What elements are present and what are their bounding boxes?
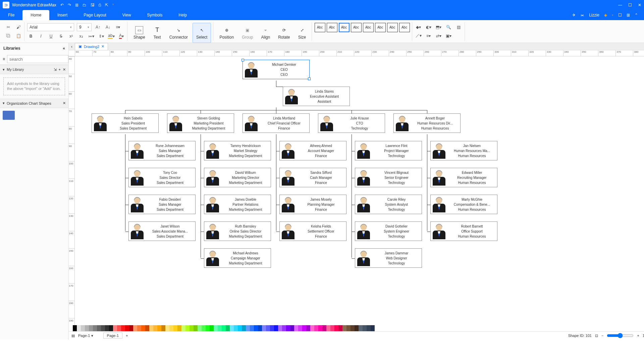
menu-symbols[interactable]: Symbols (139, 10, 171, 20)
corner-icon[interactable]: ⬒▾ (435, 23, 442, 31)
maximize-icon[interactable]: ☐ (628, 3, 632, 7)
highlight-icon[interactable]: ab▾ (108, 33, 115, 40)
org-node[interactable]: David WilburnMarketing DirectorMarketing… (204, 168, 271, 187)
palette-swatch[interactable] (246, 325, 250, 331)
palette-swatch[interactable] (274, 325, 278, 331)
palette-swatch[interactable] (230, 325, 234, 331)
palette-swatch[interactable] (282, 325, 286, 331)
org-node[interactable]: Robert BarnettOffice SupportHuman Resour… (430, 221, 497, 241)
org-node[interactable]: Atheeq AhmedAccount ManagerFinance (279, 141, 346, 160)
close-icon[interactable]: ✕ (638, 3, 641, 7)
palette-swatch[interactable] (89, 325, 93, 331)
palette-swatch[interactable] (194, 325, 198, 331)
palette-swatch[interactable] (121, 325, 125, 331)
org-node[interactable]: Linda StaresExecutive AssistantAssistant (283, 87, 350, 106)
palette-swatch[interactable] (97, 325, 101, 331)
palette-swatch[interactable] (109, 325, 113, 331)
palette-swatch[interactable] (262, 325, 266, 331)
palette-swatch[interactable] (105, 325, 109, 331)
palette-swatch[interactable] (322, 325, 326, 331)
palette-swatch[interactable] (226, 325, 230, 331)
tab-left-icon[interactable]: ‹ (69, 44, 75, 49)
open-icon[interactable]: 🗀 (83, 3, 87, 7)
fill-icon[interactable]: ◆▾ (415, 23, 422, 31)
palette-swatch[interactable] (133, 325, 137, 331)
org-node[interactable]: James DammarWeb DesignerTechnology (355, 248, 422, 268)
bold-icon[interactable]: B (27, 33, 35, 40)
palette-swatch[interactable] (294, 325, 298, 331)
palette-swatch[interactable] (93, 325, 97, 331)
fontsize-inc-icon[interactable]: A↑ (94, 23, 102, 31)
diamond-icon[interactable]: ◈ (604, 13, 607, 17)
palette-swatch[interactable] (177, 325, 181, 331)
menu-home[interactable]: Home (22, 10, 49, 20)
page-tab[interactable]: Page-1 (103, 333, 122, 339)
print-icon[interactable]: ⎙ (99, 3, 101, 7)
subscript-icon[interactable]: x₂ (77, 33, 85, 40)
palette-swatch[interactable] (137, 325, 141, 331)
palette-swatch[interactable] (254, 325, 258, 331)
new-icon[interactable]: ⊞ (75, 3, 78, 7)
palette-swatch[interactable] (69, 325, 73, 331)
palette-swatch[interactable] (113, 325, 117, 331)
palette-swatch[interactable] (117, 325, 121, 331)
palette-swatch[interactable] (334, 325, 338, 331)
org-node[interactable]: Carole RileySystem AnalystTechnology (355, 195, 422, 214)
palette-swatch[interactable] (258, 325, 262, 331)
fit-icon[interactable]: ⊡ (595, 334, 598, 338)
palette-swatch[interactable] (314, 325, 318, 331)
spacing-icon[interactable]: ⇕▾ (98, 33, 105, 40)
palette-swatch[interactable] (306, 325, 310, 331)
cut-icon[interactable]: ✂ (5, 23, 12, 31)
palette-swatch[interactable] (367, 325, 371, 331)
org-node[interactable]: Linda MortlandChief Financial OfficerFin… (243, 113, 310, 133)
palette-swatch[interactable] (302, 325, 306, 331)
palette-swatch[interactable] (250, 325, 254, 331)
zoom-out-icon[interactable]: − (601, 334, 603, 338)
size-button[interactable]: ⤢Size (295, 23, 310, 43)
font-select[interactable]: Arial▾ (27, 23, 74, 31)
redo-icon[interactable]: ↷ (68, 3, 71, 7)
qat-more-icon[interactable]: ▾ (112, 3, 114, 7)
paste-icon[interactable]: 📋 (15, 32, 22, 40)
shape-thumb[interactable] (3, 111, 15, 120)
org-node[interactable]: Hein SabelisSales PresidentSales Departm… (92, 113, 159, 133)
user-name[interactable]: Lizzie (589, 13, 599, 17)
layers-icon[interactable]: ▤ (455, 23, 463, 31)
italic-icon[interactable]: I (37, 33, 45, 40)
share-icon[interactable]: ⫘ (580, 13, 584, 17)
expand-icon[interactable]: ▾ (3, 67, 5, 72)
menu-insert[interactable]: Insert (49, 10, 75, 20)
palette-swatch[interactable] (169, 325, 173, 331)
org-node[interactable]: Ruth BarnsleyOnline Sales DirectorMarket… (204, 221, 271, 241)
collapse-ribbon-icon[interactable]: ⌃ (635, 13, 638, 17)
close-lib-icon[interactable]: ✕ (63, 67, 66, 72)
strike-icon[interactable]: S̶ (57, 33, 65, 40)
palette-swatch[interactable] (351, 325, 355, 331)
fontcolor-icon[interactable]: A▾ (118, 33, 125, 40)
copy-icon[interactable]: ⿻ (5, 32, 12, 40)
palette-swatch[interactable] (185, 325, 190, 331)
linestyle-icon[interactable]: ≡▾ (425, 32, 432, 40)
org-node[interactable]: James MoselyPlanning ManagerFinance (279, 195, 346, 214)
palette-swatch[interactable] (101, 325, 105, 331)
expand-icon[interactable]: ▾ (3, 101, 5, 105)
connector-tool[interactable]: ↘Connector (166, 23, 191, 43)
palette-swatch[interactable] (145, 325, 149, 331)
style-preset-3[interactable]: Abc (339, 23, 350, 32)
palette-swatch[interactable] (242, 325, 246, 331)
org-node[interactable]: Edward MillerRecruiting ManagerHuman Res… (430, 168, 497, 187)
apps-icon[interactable]: ⊞ (627, 13, 630, 17)
palette-swatch[interactable] (141, 325, 145, 331)
send-icon[interactable]: ✈ (572, 13, 576, 17)
org-node[interactable]: Tammy HendricksonMarket StrategyMarketin… (204, 141, 271, 160)
close-lib-icon[interactable]: ✕ (63, 101, 66, 105)
org-node[interactable]: James DoeblePartner RelationsMarketing D… (204, 195, 271, 214)
palette-swatch[interactable] (371, 325, 375, 331)
palette-swatch[interactable] (355, 325, 359, 331)
org-node[interactable]: Marty McGhieCompensation & Bene...Human … (430, 195, 497, 214)
palette-swatch[interactable] (286, 325, 290, 331)
palette-swatch[interactable] (206, 325, 210, 331)
menu-view[interactable]: View (114, 10, 139, 20)
org-node[interactable]: Keisha FieldsSettlement OfficerFinance (279, 221, 346, 241)
